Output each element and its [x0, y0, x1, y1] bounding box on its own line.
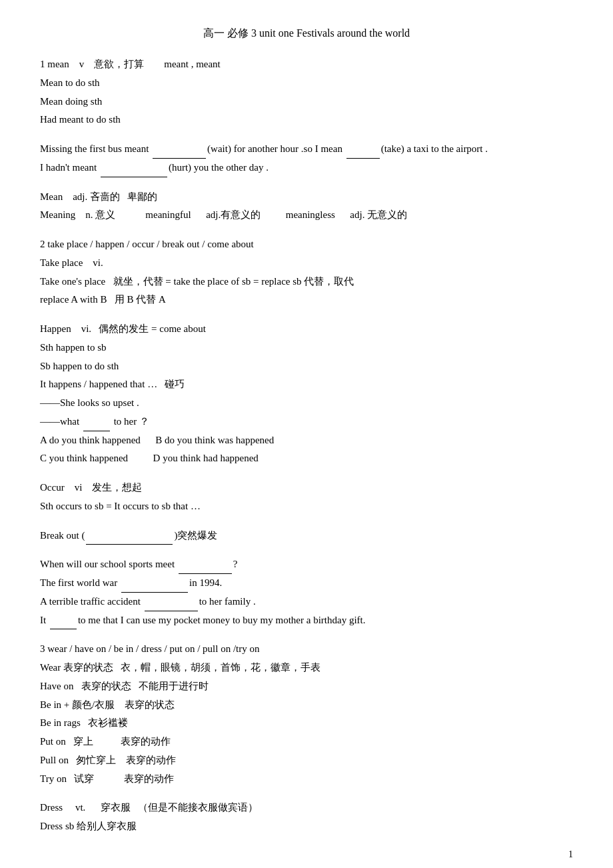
- line-try-on-desc: Try on 试穿 表穿的动作: [40, 770, 573, 789]
- line-occur-vi: Occur vi 发生，想起: [40, 479, 573, 497]
- line-take-place-header: 2 take place / happen / occur / break ou…: [40, 235, 573, 254]
- line-mean-doing: Mean doing sth: [40, 93, 573, 111]
- section-fill-blanks-1: Missing the first bus meant (wait) for a…: [40, 140, 573, 177]
- line-be-in-rags: Be in rags 衣衫褴褛: [40, 714, 573, 733]
- line-mean-v: 1 mean v 意欲，打算 meant , meant: [40, 55, 573, 74]
- line-first-world-war: The first world war in 1994.: [40, 574, 573, 593]
- line-sb-happen-do: Sb happen to do sth: [40, 357, 573, 376]
- line-option-cd: C you think happened D you think had hap…: [40, 449, 573, 468]
- line-mean-adj: Mean adj. 吝啬的 卑鄙的: [40, 188, 573, 207]
- line-take-place-vi: Take place vi.: [40, 254, 573, 273]
- blank-accident: [145, 601, 198, 611]
- line-traffic-accident: A terrible traffic accident to her famil…: [40, 593, 573, 611]
- line-have-on-desc: Have on 表穿的状态 不能用于进行时: [40, 677, 573, 696]
- section-mean-adj: Mean adj. 吝啬的 卑鄙的 Meaning n. 意义 meaningf…: [40, 188, 573, 225]
- line-meaning-n: Meaning n. 意义 meaningful adj.有意义的 meanin…: [40, 206, 573, 225]
- line-it-occurred-to-me: It to me that I can use my pocket money …: [40, 611, 573, 630]
- line-replace-a-with-b: replace A with B 用 B 代替 A: [40, 291, 573, 309]
- section-occur: Occur vi 发生，想起 Sth occurs to sb = It occ…: [40, 479, 573, 516]
- section-dress: Dress vt. 穿衣服 （但是不能接衣服做宾语） Dress sb 给别人穿…: [40, 799, 573, 836]
- blank-breakout: [86, 535, 173, 545]
- line-sth-occurs-to-sb: Sth occurs to sb = It occurs to sb that …: [40, 497, 573, 516]
- line-break-out: Break out ()突然爆发: [40, 527, 573, 545]
- page-title: 高一 必修 3 unit one Festivals around the wo…: [40, 27, 573, 41]
- line-dress-vt: Dress vt. 穿衣服 （但是不能接衣服做宾语）: [40, 799, 573, 817]
- line-fill1: Missing the first bus meant (wait) for a…: [40, 140, 573, 159]
- line-she-looks-upset: ——She looks so upset .: [40, 394, 573, 413]
- line-be-in-desc: Be in + 颜色/衣服 表穿的状态: [40, 696, 573, 715]
- line-option-ab: A do you think happened B do you think w…: [40, 431, 573, 450]
- line-wear-header: 3 wear / have on / be in / dress / put o…: [40, 640, 573, 659]
- blank-take: [346, 149, 380, 159]
- line-put-on-desc: Put on 穿上 表穿的动作: [40, 733, 573, 751]
- section-fill-blanks-2: When will our school sports meet ? The f…: [40, 555, 573, 629]
- section-break-out: Break out ()突然爆发: [40, 527, 573, 545]
- line-it-happens-that: It happens / happened that … 碰巧: [40, 375, 573, 394]
- blank-world-war: [121, 583, 188, 593]
- line-sth-happen-sb: Sth happen to sb: [40, 339, 573, 357]
- blank-wait: [153, 149, 206, 159]
- blank-hurt: [101, 167, 167, 177]
- section-mean-verb: 1 mean v 意欲，打算 meant , meant Mean to do …: [40, 55, 573, 129]
- line-fill2: I hadn't meant (hurt) you the other day …: [40, 159, 573, 177]
- line-dress-sb: Dress sb 给别人穿衣服: [40, 817, 573, 836]
- blank-happened: [83, 421, 110, 431]
- line-wear-desc: Wear 表穿的状态 衣，帽，眼镜，胡须，首饰，花，徽章，手表: [40, 659, 573, 677]
- line-pull-on-desc: Pull on 匆忙穿上 表穿的动作: [40, 751, 573, 770]
- line-take-ones-place: Take one's place 就坐，代替 = take the place …: [40, 273, 573, 291]
- line-sports-meet: When will our school sports meet ?: [40, 555, 573, 574]
- section-take-place: 2 take place / happen / occur / break ou…: [40, 235, 573, 309]
- line-what-happened-to-her: ——what to her ？: [40, 413, 573, 431]
- blank-it-occurred: [50, 619, 77, 629]
- section-happen: Happen vi. 偶然的发生 = come about Sth happen…: [40, 320, 573, 468]
- line-mean-to-do: Mean to do sth: [40, 74, 573, 93]
- line-had-meant: Had meant to do sth: [40, 111, 573, 129]
- blank-sports-meet: [179, 564, 232, 574]
- section-wear: 3 wear / have on / be in / dress / put o…: [40, 640, 573, 788]
- line-happen-vi: Happen vi. 偶然的发生 = come about: [40, 320, 573, 339]
- page-number: 1: [40, 849, 573, 860]
